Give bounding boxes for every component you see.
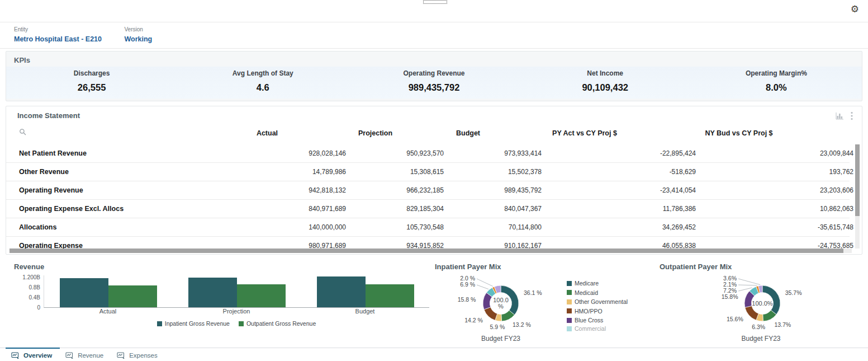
legend-swatch	[567, 326, 572, 331]
bar-inpatient[interactable]	[60, 278, 108, 307]
focus-placeholder	[423, 0, 447, 4]
tab-label: Revenue	[78, 352, 103, 359]
pov-version: Version Working	[124, 26, 152, 43]
cell-value[interactable]: 193,762	[697, 168, 855, 176]
cell-value[interactable]: 973,933,414	[445, 149, 543, 157]
tab-overview[interactable]: Overview	[6, 348, 60, 361]
horizontal-scrollbar-thumb[interactable]	[10, 249, 843, 253]
cell-value[interactable]: 23,203,606	[697, 186, 855, 194]
bar-outpatient[interactable]	[366, 284, 414, 307]
tab-label: Overview	[23, 352, 52, 359]
cell-value[interactable]: 840,971,689	[213, 205, 347, 213]
cell-value[interactable]: 105,730,548	[347, 223, 445, 231]
legend-item[interactable]: Medicare	[567, 280, 628, 287]
slice-label: 7.2%	[723, 287, 737, 294]
cell-value[interactable]: 15,308,615	[347, 168, 445, 176]
bar-group	[188, 278, 286, 307]
revenue-plot-area	[44, 275, 429, 308]
outpatient-donut-chart: 35.7%13.7%6.3%15.6%15.8%3.6%2.1%7.2%100.…	[662, 271, 861, 336]
cell-value[interactable]: 840,047,367	[445, 205, 543, 213]
payer-mix-legend: MedicareMedicaidOther GovernmentalHMO/PP…	[567, 280, 628, 343]
legend-item[interactable]: Outpatient Gross Revenue	[239, 320, 316, 327]
cell-value[interactable]: 10,862,063	[697, 205, 855, 213]
column-header: Actual	[213, 129, 347, 137]
outpatient-payer-mix-title: Outpatient Payer Mix	[660, 262, 862, 271]
row-label: Other Revenue	[6, 168, 213, 176]
slice-label: 15.8 %	[458, 296, 476, 303]
income-statement-rows: Net Patient Revenue928,028,146950,923,57…	[6, 144, 850, 255]
cell-value[interactable]: 989,435,792	[445, 186, 543, 194]
horizontal-scrollbar[interactable]	[10, 249, 852, 253]
search-icon[interactable]	[19, 128, 27, 138]
x-category-label: Actual	[99, 308, 117, 315]
x-category-label: Budget	[355, 308, 375, 315]
cell-value[interactable]: 829,185,304	[347, 205, 445, 213]
cell-value[interactable]: 942,818,132	[213, 186, 347, 194]
cell-value[interactable]: -22,895,424	[543, 149, 697, 157]
bar-inpatient[interactable]	[188, 278, 237, 307]
legend-label: Inpatient Gross Revenue	[165, 320, 230, 327]
gear-icon[interactable]: ⚙	[851, 4, 859, 14]
revenue-chart-panel: Revenue 00.4B0.8B1.200B ActualProjection…	[6, 261, 435, 343]
legend-item[interactable]: Commercial	[567, 326, 628, 331]
row-label: Net Patient Revenue	[6, 149, 213, 157]
vertical-scrollbar[interactable]	[855, 144, 860, 249]
cell-value[interactable]: -23,414,054	[543, 186, 697, 194]
legend-item[interactable]: Other Governmental	[567, 298, 628, 305]
kpi-tile: Operating Margin%8.0%	[691, 67, 862, 99]
cell-value[interactable]: 950,923,570	[347, 149, 445, 157]
cell-value[interactable]: -518,629	[543, 168, 697, 176]
cell-value[interactable]: 966,232,185	[347, 186, 445, 194]
column-header: Budget	[445, 129, 543, 137]
donut-slice-hmo-ppo[interactable]	[484, 307, 497, 321]
bar-inpatient[interactable]	[317, 276, 366, 307]
revenue-chart-title: Revenue	[14, 262, 435, 271]
legend-label: Blue Cross	[575, 317, 603, 324]
inpatient-donut-chart: 36.1 %13.2 %5.9 %14.2 %15.8 %2.0 %6.9 %1…	[435, 271, 567, 336]
cell-value[interactable]: -35,615,748	[697, 223, 855, 231]
inpatient-donut-caption: Budget FY23	[481, 335, 520, 343]
bar-outpatient[interactable]	[237, 284, 286, 307]
income-statement-title: Income Statement	[6, 106, 862, 120]
tab-expenses[interactable]: Expenses	[111, 348, 165, 361]
cell-value[interactable]: 928,028,146	[213, 149, 347, 157]
entity-value-link[interactable]: Metro Hospital East - E210	[14, 35, 102, 43]
bar-outpatient[interactable]	[108, 285, 157, 307]
donut-center-label: 100.0%	[752, 300, 773, 307]
row-label: Operating Revenue	[6, 186, 213, 194]
legend-item[interactable]: Inpatient Gross Revenue	[157, 320, 230, 327]
slice-label: 13.2 %	[513, 321, 531, 328]
cell-value[interactable]: 34,269,452	[543, 223, 697, 231]
cell-value[interactable]: 140,000,000	[213, 223, 347, 231]
cell-value[interactable]: 15,502,378	[445, 168, 543, 176]
kpi-value: 26,555	[6, 82, 177, 93]
version-value-link[interactable]: Working	[124, 35, 152, 43]
pov-entity: Entity Metro Hospital East - E210	[14, 26, 102, 43]
legend-label: Medicare	[575, 280, 599, 287]
entity-label: Entity	[14, 26, 102, 32]
legend-label: Other Governmental	[575, 298, 628, 305]
cell-value[interactable]: 23,009,844	[697, 149, 855, 157]
y-tick-label: 1.200B	[22, 274, 40, 280]
vertical-scrollbar-thumb[interactable]	[855, 144, 860, 216]
cell-value[interactable]: 14,789,986	[213, 168, 347, 176]
table-row: Other Revenue14,789,98615,308,61515,502,…	[6, 163, 850, 181]
kpi-value: 989,435,792	[348, 82, 519, 93]
chart-view-icon[interactable]	[836, 112, 844, 120]
table-row: Operating Revenue942,818,132966,232,1859…	[6, 181, 850, 200]
cell-value[interactable]: 11,786,386	[543, 205, 697, 213]
kebab-menu-icon[interactable]	[851, 111, 853, 120]
donut-slice-hmo-ppo[interactable]	[744, 306, 758, 320]
legend-swatch	[567, 308, 572, 313]
cell-value[interactable]: 70,114,800	[445, 223, 543, 231]
column-header: NY Bud vs CY Proj $	[697, 129, 855, 137]
kpi-tile: Discharges26,555	[6, 67, 177, 99]
outpatient-payer-mix-panel: Outpatient Payer Mix 35.7%13.7%6.3%15.6%…	[660, 261, 862, 343]
legend-item[interactable]: Medicaid	[567, 289, 628, 296]
kpi-value: 8.0%	[691, 82, 862, 93]
legend-item[interactable]: HMO/PPO	[567, 308, 628, 315]
slice-label: 35.7%	[785, 289, 801, 296]
tab-revenue[interactable]: Revenue	[60, 348, 111, 361]
legend-item[interactable]: Blue Cross	[567, 317, 628, 324]
legend-swatch	[157, 321, 162, 326]
